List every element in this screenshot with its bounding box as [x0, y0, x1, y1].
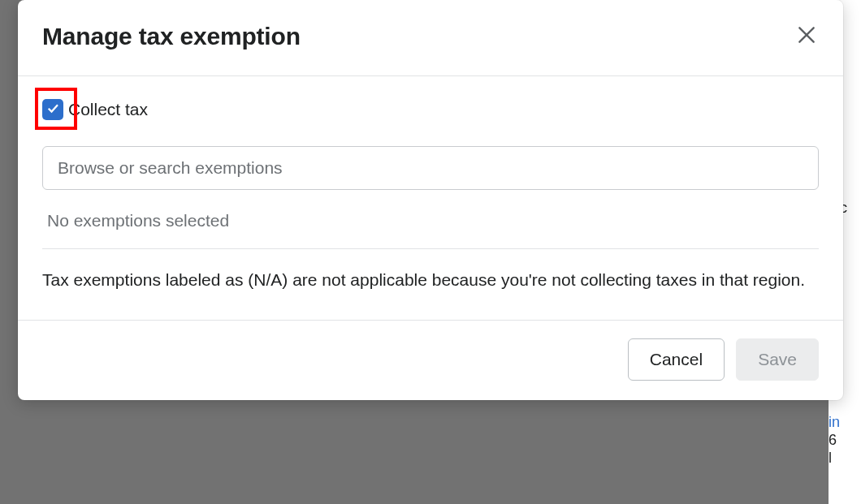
collect-tax-label[interactable]: Collect tax	[68, 100, 148, 119]
collect-tax-row: Collect tax	[42, 99, 819, 120]
save-button[interactable]: Save	[736, 338, 819, 381]
bg-text: l	[829, 450, 832, 467]
collect-tax-checkbox[interactable]	[42, 99, 63, 120]
tax-exemption-modal: Manage tax exemption Collect tax	[18, 0, 843, 400]
bg-text: 6	[829, 432, 837, 449]
modal-header: Manage tax exemption	[18, 0, 843, 76]
close-icon	[796, 24, 817, 48]
check-icon	[45, 101, 60, 118]
modal-title: Manage tax exemption	[42, 23, 301, 50]
exemption-help-text: Tax exemptions labeled as (N/A) are not …	[42, 249, 819, 313]
modal-body: Collect tax No exemptions selected Tax e…	[18, 76, 843, 320]
cancel-button[interactable]: Cancel	[628, 338, 725, 381]
exemption-search-input[interactable]	[42, 146, 819, 190]
bg-text: in	[829, 414, 840, 431]
exemptions-empty-state: No exemptions selected	[42, 190, 819, 249]
modal-footer: Cancel Save	[18, 320, 843, 400]
close-button[interactable]	[793, 21, 820, 51]
